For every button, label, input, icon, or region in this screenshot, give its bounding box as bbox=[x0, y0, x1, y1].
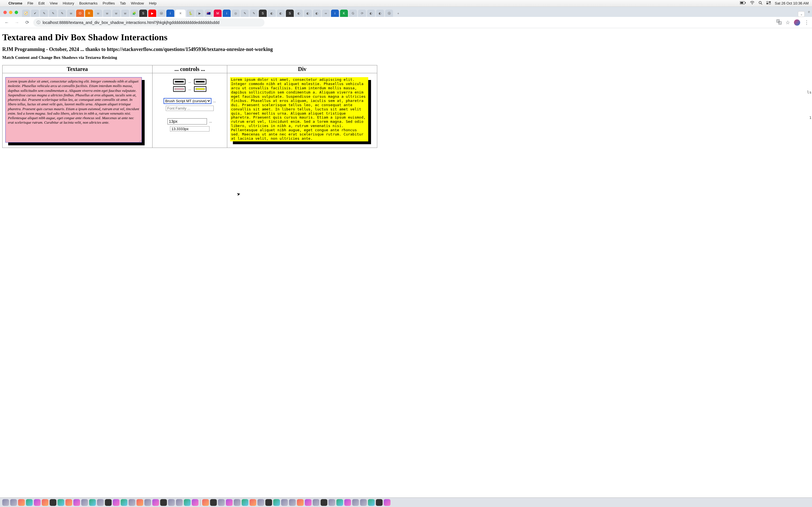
wifi-icon[interactable] bbox=[750, 1, 755, 5]
dock-app[interactable] bbox=[313, 499, 319, 506]
dock-app[interactable] bbox=[113, 499, 119, 506]
dock-app[interactable] bbox=[152, 499, 159, 506]
dock-app[interactable] bbox=[105, 499, 112, 506]
dock-app[interactable] bbox=[168, 499, 175, 506]
menu-help[interactable]: Help bbox=[149, 1, 157, 5]
menu-profiles[interactable]: Profiles bbox=[103, 1, 115, 5]
profile-avatar[interactable] bbox=[794, 19, 800, 25]
color-textarea-shadow[interactable] bbox=[173, 79, 186, 84]
window-minimize-button[interactable] bbox=[9, 11, 12, 14]
dock-app[interactable] bbox=[210, 499, 217, 506]
dock-app[interactable] bbox=[297, 499, 304, 506]
window-close-button[interactable] bbox=[3, 11, 7, 14]
tab-favicon[interactable]: w bbox=[94, 10, 102, 17]
tab-favicon[interactable]: w bbox=[67, 10, 75, 17]
dock-app[interactable] bbox=[50, 499, 56, 506]
dock-app[interactable] bbox=[352, 499, 359, 506]
tab-favicon[interactable]: ✎ bbox=[241, 10, 249, 17]
dock-app[interactable] bbox=[129, 499, 135, 506]
dock-app[interactable] bbox=[250, 499, 256, 506]
tab-favicon[interactable]: 🐍 bbox=[187, 10, 195, 17]
battery-icon[interactable] bbox=[740, 1, 746, 5]
tab-favicon[interactable]: S bbox=[139, 10, 147, 17]
dock-app[interactable] bbox=[176, 499, 183, 506]
dock-app[interactable] bbox=[57, 499, 64, 506]
tab-favicon[interactable]: i bbox=[331, 10, 339, 17]
dock-app[interactable] bbox=[65, 499, 72, 506]
tab-favicon[interactable]: ✎ bbox=[49, 10, 57, 17]
dock-app[interactable] bbox=[257, 499, 264, 506]
font-family-select[interactable]: Brush Script MT (cursive) bbox=[163, 98, 211, 104]
dock-app[interactable] bbox=[344, 499, 351, 506]
tab-favicon[interactable]: w bbox=[112, 10, 120, 17]
menu-history[interactable]: History bbox=[63, 1, 74, 5]
dock-app[interactable] bbox=[26, 499, 33, 506]
tab-favicon[interactable]: ∞ bbox=[322, 10, 330, 17]
window-zoom-button[interactable] bbox=[15, 11, 18, 14]
dock-app[interactable] bbox=[273, 499, 280, 506]
tab-favicon[interactable]: 🧭 bbox=[22, 10, 30, 17]
color-div-shadow[interactable] bbox=[194, 79, 206, 84]
tab-favicon[interactable]: i bbox=[223, 10, 231, 17]
address-bar[interactable]: ⓘ localhost:8888/textarea_and_div_box_sh… bbox=[33, 18, 264, 27]
tab-favicon[interactable]: ▶ bbox=[196, 10, 204, 17]
tab-favicon[interactable]: O bbox=[76, 10, 84, 17]
tab-favicon[interactable]: Ⓖ bbox=[385, 10, 393, 17]
dock-app[interactable] bbox=[137, 499, 143, 506]
dock-app[interactable] bbox=[368, 499, 375, 506]
dock-app[interactable] bbox=[42, 499, 49, 506]
font-size-input-textarea[interactable] bbox=[167, 118, 207, 124]
menu-edit[interactable]: Edit bbox=[38, 1, 45, 5]
control-center-icon[interactable] bbox=[766, 1, 771, 5]
dock-app[interactable] bbox=[73, 499, 80, 506]
tab-favicon[interactable]: M bbox=[214, 10, 221, 17]
dock-app[interactable] bbox=[192, 499, 199, 506]
back-button[interactable]: ← bbox=[3, 18, 11, 26]
dock-app[interactable] bbox=[10, 499, 17, 506]
tab-favicon[interactable]: R bbox=[85, 10, 93, 17]
dock-app[interactable] bbox=[160, 499, 167, 506]
color-textarea-bg[interactable] bbox=[173, 86, 186, 92]
dock-app[interactable] bbox=[289, 499, 296, 506]
font-family-input[interactable] bbox=[166, 106, 214, 111]
tab-active[interactable] bbox=[175, 10, 186, 17]
dock-app[interactable] bbox=[97, 499, 104, 506]
dock-app[interactable] bbox=[265, 499, 272, 506]
tab-favicon[interactable]: 🇦🇺 bbox=[205, 10, 213, 17]
tab-favicon[interactable]: S bbox=[259, 10, 267, 17]
reload-button[interactable]: ⟳ bbox=[23, 18, 31, 26]
dock-app[interactable] bbox=[360, 499, 367, 506]
tab-favicon[interactable]: Ⓦ bbox=[157, 10, 165, 17]
tab-favicon[interactable]: w bbox=[121, 10, 129, 17]
tab-favicon[interactable]: S bbox=[286, 10, 294, 17]
tab-favicon[interactable]: 🧩 bbox=[130, 10, 138, 17]
dock-app[interactable] bbox=[121, 499, 128, 506]
translate-icon[interactable]: 文A bbox=[776, 19, 781, 25]
site-info-icon[interactable]: ⓘ bbox=[37, 20, 40, 25]
dock-app[interactable] bbox=[218, 499, 225, 506]
dock-app[interactable] bbox=[184, 499, 191, 506]
dock-app[interactable] bbox=[336, 499, 343, 506]
dock-app[interactable] bbox=[89, 499, 96, 506]
dock-app[interactable] bbox=[2, 499, 9, 506]
tab-favicon[interactable]: ◐ bbox=[367, 10, 375, 17]
new-tab-button[interactable]: ＋ bbox=[394, 10, 402, 17]
tab-favicon[interactable]: ◎ bbox=[232, 10, 240, 17]
page-viewport[interactable]: Textarea and Div Box Shadow Interactions… bbox=[0, 28, 812, 497]
tab-favicon[interactable]: ◐ bbox=[277, 10, 285, 17]
dock-app[interactable] bbox=[226, 499, 233, 506]
font-size-input-div[interactable] bbox=[170, 126, 209, 131]
demo-textarea[interactable]: Lorem ipsum dolor sit amet, consectetur … bbox=[5, 77, 142, 143]
dock-app[interactable] bbox=[18, 499, 25, 506]
dock-app[interactable] bbox=[328, 499, 335, 506]
tab-favicon[interactable]: ◐ bbox=[268, 10, 276, 17]
tab-favicon[interactable]: ✎ bbox=[58, 10, 66, 17]
tab-favicon[interactable]: ◐ bbox=[295, 10, 303, 17]
dock-app[interactable] bbox=[305, 499, 312, 506]
tab-favicon[interactable]: G bbox=[349, 10, 357, 17]
dock-app[interactable] bbox=[202, 499, 209, 506]
spotlight-icon[interactable] bbox=[758, 1, 762, 6]
tab-favicon[interactable]: ⟳ bbox=[358, 10, 366, 17]
dock-app[interactable] bbox=[34, 499, 41, 506]
dock-app[interactable] bbox=[320, 499, 327, 506]
